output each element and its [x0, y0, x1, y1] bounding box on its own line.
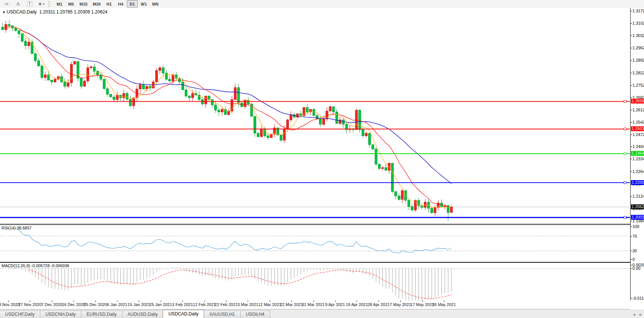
tab-xauusd[interactable]: XAUUSD,H1: [204, 311, 241, 318]
date-label: 12 Mar 2021: [258, 302, 281, 307]
fibonacci-tool-button[interactable]: ≡F: [1, 0, 12, 7]
date-tick: [139, 300, 139, 302]
timeframe-m5-button[interactable]: M5: [66, 0, 76, 7]
rsi-scale-label: 70: [632, 234, 637, 238]
date-label: 22 Feb 2021: [215, 302, 238, 307]
line-handle[interactable]: [624, 100, 626, 102]
date-label: 27 Nov 2020: [18, 302, 41, 307]
date-label: 7 May 2021: [390, 302, 411, 307]
macd-panel[interactable]: MACD(12,26,9) -0.005728 -0.006936: [0, 262, 630, 301]
price-tick: 1.28220: [632, 71, 644, 75]
date-tick: [248, 300, 248, 302]
price-chart-panel[interactable]: ▼USDCAD,Daily 1.20311 1.20765 1.20309 1.…: [0, 8, 630, 224]
price-tick: 1.30320: [632, 33, 644, 38]
text-label-icon: T: [27, 1, 32, 7]
tab-scroll-buttons: ◄ ►: [632, 312, 643, 317]
symbol-period-label: USDCAD,Daily: [7, 9, 37, 15]
date-label: 7 Dec 2020: [41, 302, 62, 307]
price-tick: 1.23340: [632, 157, 644, 161]
date-tick: [117, 300, 118, 302]
date-tick: [96, 300, 96, 302]
candlestick-chart[interactable]: [0, 8, 630, 223]
chart-title: ▼USDCAD,Daily 1.20311 1.20765 1.20309 1.…: [2, 9, 107, 15]
price-tick: 1.24720: [632, 132, 644, 137]
price-line-badge: 1.26595: [631, 99, 644, 104]
price-tick: 1.31720: [632, 9, 644, 13]
rsi-scale-label: 30: [632, 248, 637, 253]
chevron-down-icon: ▾: [43, 2, 44, 6]
text-label-tool-button[interactable]: T: [24, 0, 35, 7]
date-label: 9 Apr 2021: [325, 302, 345, 307]
tab-usdcad[interactable]: USDCAD,Daily: [163, 310, 204, 318]
arrows-tool-button[interactable]: ❖▾: [36, 0, 47, 7]
price-tick: 1.26120: [632, 108, 644, 112]
ma-mid-line[interactable]: [6, 27, 451, 207]
tab-usdchf[interactable]: USDCHF,Daily: [0, 311, 40, 318]
arrows-icon: ❖: [38, 1, 42, 7]
toolbar: ≡FAT❖▾ M1M5M15M30H1H4D1W1MN: [0, 0, 644, 8]
price-line-badge: 1.20031: [631, 215, 644, 220]
date-tick: [335, 300, 335, 302]
rsi-scale-label: 0: [632, 257, 635, 262]
date-label: 19 Apr 2021: [346, 302, 368, 307]
date-tick: [226, 300, 226, 302]
timeframe-w1-button[interactable]: W1: [138, 0, 149, 7]
text-tool-button[interactable]: A: [13, 0, 24, 7]
tab-scroll-left-icon[interactable]: ◄: [632, 312, 636, 317]
price-line-badge: 1.23641: [631, 151, 644, 156]
rsi-label: RSI(14) 38.6857: [1, 226, 32, 230]
collapse-icon[interactable]: ▼: [2, 10, 6, 14]
toolbar-grip[interactable]: [49, 1, 52, 7]
tab-usoil[interactable]: USOil,H4: [240, 311, 270, 318]
date-axis[interactable]: 18 Nov 202027 Nov 20207 Dec 202016 Dec 2…: [0, 300, 630, 309]
timeframe-m1-button[interactable]: M1: [54, 0, 65, 7]
candles[interactable]: [1, 20, 453, 220]
mt4-window: ≡FAT❖▾ M1M5M15M30H1H4D1W1MN ▼USDCAD,Dail…: [0, 0, 644, 318]
date-tick: [291, 300, 292, 302]
macd-plot[interactable]: [0, 263, 630, 300]
date-tick: [270, 300, 270, 302]
rsi-plot[interactable]: [0, 225, 630, 262]
date-tick: [8, 300, 9, 302]
ohlc-readout: 1.20311 1.20765 1.20309 1.20624: [39, 9, 107, 15]
line-handle[interactable]: [624, 152, 626, 155]
date-label: 18 Nov 2020: [0, 302, 20, 307]
date-tick: [400, 300, 401, 302]
tab-scroll-right-icon[interactable]: ►: [639, 312, 643, 317]
date-tick: [30, 300, 30, 302]
date-label: 31 Mar 2021: [302, 302, 325, 307]
price-tick: 1.31020: [632, 21, 644, 25]
date-label: 25 Jan 2021: [150, 302, 172, 307]
date-tick: [357, 300, 357, 302]
ma-slow-line[interactable]: [6, 27, 451, 183]
date-label: 25 Dec 2020: [84, 302, 107, 307]
tab-usdcnh[interactable]: USDCNH,Daily: [40, 311, 81, 318]
line-handle[interactable]: [624, 128, 626, 130]
price-tick: 1.29620: [632, 46, 644, 50]
tab-audusd[interactable]: AUDUSD,Daily: [122, 311, 163, 318]
price-tick: 1.21240: [632, 194, 644, 198]
date-tick: [74, 300, 74, 302]
timeframe-m30-button[interactable]: M30: [90, 0, 103, 7]
price-axis[interactable]: 1.317201.310201.303201.296201.289201.282…: [630, 8, 644, 300]
date-label: 12 Feb 2021: [193, 302, 216, 307]
timeframe-h4-button[interactable]: H4: [115, 0, 126, 7]
price-tick: 1.25420: [632, 120, 644, 124]
timeframe-h1-button[interactable]: H1: [104, 0, 115, 7]
timeframe-d1-button[interactable]: D1: [127, 0, 138, 7]
date-label: 28 Apr 2021: [368, 302, 390, 307]
rsi-panel[interactable]: RSI(14) 38.6857: [0, 225, 630, 262]
ma-fast-line[interactable]: [6, 27, 451, 207]
price-line-badge: 1.25036: [631, 126, 644, 131]
chart-tab-bar: USDCHF,DailyUSDCNH,DailyEURUSD,DailyAUDU…: [0, 309, 644, 318]
line-handle[interactable]: [624, 182, 626, 184]
line-handle[interactable]: [624, 216, 626, 219]
date-label: 22 Mar 2021: [280, 302, 303, 307]
date-tick: [422, 300, 423, 302]
price-tick: 1.27520: [632, 83, 644, 87]
date-tick: [379, 300, 379, 302]
tab-eurusd[interactable]: EURUSD,Daily: [81, 311, 122, 318]
price-tick: 1.22640: [632, 169, 644, 174]
timeframe-m15-button[interactable]: M15: [77, 0, 90, 7]
timeframe-mn-button[interactable]: MN: [150, 0, 161, 7]
